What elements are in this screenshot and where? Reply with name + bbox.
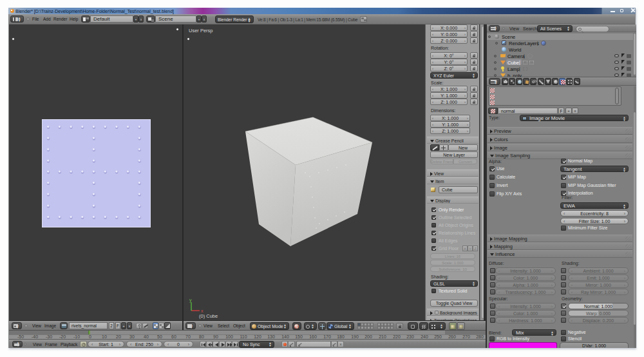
svg-text:y: y	[189, 298, 192, 303]
svg-text:x: x	[201, 309, 204, 313]
